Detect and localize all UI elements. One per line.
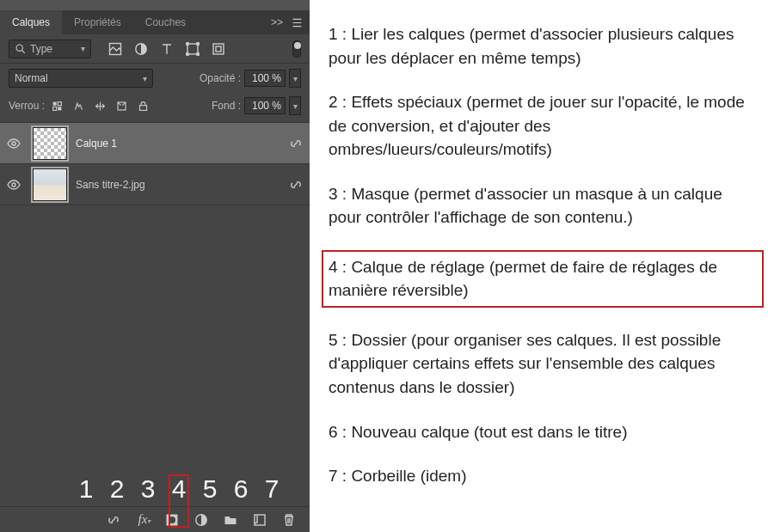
footer-number-annotations: 1 2 3 4 5 6 7 xyxy=(77,474,280,504)
visibility-icon[interactable] xyxy=(7,137,24,150)
layer-thumbnail[interactable] xyxy=(33,127,67,160)
annotation-3: 3 xyxy=(139,474,157,504)
new-layer-button[interactable] xyxy=(253,513,270,527)
blend-mode-value: Normal xyxy=(15,72,48,84)
svg-rect-11 xyxy=(58,101,61,105)
layer-name[interactable]: Sans titre-2.jpg xyxy=(76,179,289,191)
annotation-5: 5 xyxy=(201,474,218,504)
lock-transparent-icon[interactable] xyxy=(52,101,63,112)
lock-row: Verrou : Fond : 100 % ▾ xyxy=(0,93,310,122)
svg-rect-10 xyxy=(53,101,57,105)
desc-item-2: 2 : Effets spéciaux (permet de jouer sur… xyxy=(329,90,759,162)
panel-tabs: Calques Propriétés Couches >> xyxy=(0,10,310,34)
lock-position-icon[interactable] xyxy=(95,101,106,112)
svg-rect-21 xyxy=(255,515,265,525)
blend-mode-dropdown[interactable]: Normal ▾ xyxy=(9,69,153,88)
layer-row[interactable]: Calque 1 xyxy=(0,123,310,164)
delete-layer-button[interactable] xyxy=(282,513,299,527)
svg-rect-13 xyxy=(58,107,61,110)
new-group-button[interactable] xyxy=(224,513,241,527)
desc-item-3: 3 : Masque (permet d'associer un masque … xyxy=(329,182,759,229)
panel-footer: fx▾ xyxy=(0,506,310,532)
chevron-down-icon: ▾ xyxy=(81,44,85,53)
svg-rect-3 xyxy=(187,44,198,54)
filter-toggle-switch[interactable] xyxy=(292,40,301,58)
layers-panel: Calques Propriétés Couches >> Type ▾ xyxy=(0,0,310,532)
svg-point-6 xyxy=(187,52,189,55)
fill-label: Fond : xyxy=(212,100,241,112)
annotation-2: 2 xyxy=(108,474,126,504)
svg-point-7 xyxy=(197,52,200,55)
layers-list: Calque 1 Sans titre-2.jpg 1 2 3 4 5 6 7 xyxy=(0,122,310,506)
annotation-7: 7 xyxy=(263,474,280,504)
svg-rect-9 xyxy=(216,46,221,52)
svg-point-4 xyxy=(187,42,189,45)
layer-row[interactable]: Sans titre-2.jpg xyxy=(0,164,310,205)
filter-row: Type ▾ xyxy=(0,34,310,64)
svg-point-5 xyxy=(197,42,200,45)
panel-menu-icon[interactable] xyxy=(292,17,303,28)
fill-dropdown-button[interactable]: ▾ xyxy=(289,96,301,115)
lock-all-icon[interactable] xyxy=(138,101,149,112)
svg-rect-12 xyxy=(53,107,57,110)
svg-point-0 xyxy=(16,45,22,51)
lock-image-icon[interactable] xyxy=(73,101,84,112)
desc-item-5: 5 : Dossier (pour organiser ses calques.… xyxy=(329,328,759,400)
opacity-input[interactable]: 100 % xyxy=(244,70,286,87)
fill-input[interactable]: 100 % xyxy=(244,97,286,114)
svg-point-16 xyxy=(12,142,15,145)
blend-row: Normal ▾ Opacité : 100 % ▾ xyxy=(0,64,310,93)
tab-channels[interactable]: Couches xyxy=(133,10,198,34)
panel-titlebar xyxy=(0,0,310,10)
svg-point-17 xyxy=(12,183,15,187)
layer-name[interactable]: Calque 1 xyxy=(76,138,289,150)
annotation-1: 1 xyxy=(77,474,95,504)
tab-layers[interactable]: Calques xyxy=(0,10,62,34)
filter-text-icon[interactable] xyxy=(160,42,174,56)
tab-properties[interactable]: Propriétés xyxy=(62,10,133,34)
filter-type-label: Type xyxy=(30,43,52,55)
filter-pixel-icon[interactable] xyxy=(108,42,122,56)
lock-label: Verrou : xyxy=(9,100,45,112)
panel-expand-button[interactable]: >> xyxy=(271,16,283,28)
description-panel: 1 : Lier les calques (permet d'associer … xyxy=(310,0,774,532)
chevron-down-icon: ▾ xyxy=(143,74,147,83)
filter-smartobject-icon[interactable] xyxy=(212,42,225,56)
desc-item-1: 1 : Lier les calques (permet d'associer … xyxy=(329,22,759,70)
layer-thumbnail[interactable] xyxy=(33,168,67,201)
opacity-dropdown-button[interactable]: ▾ xyxy=(289,69,301,88)
desc-item-6: 6 : Nouveau calque (tout est dans le tit… xyxy=(329,420,759,444)
opacity-label: Opacité : xyxy=(200,72,241,84)
filter-type-dropdown[interactable]: Type ▾ xyxy=(9,40,91,58)
link-icon[interactable] xyxy=(289,178,303,192)
layer-effects-button[interactable]: fx▾ xyxy=(136,512,153,527)
adjustment-layer-button[interactable] xyxy=(194,513,212,527)
annotation-6: 6 xyxy=(232,474,249,504)
desc-item-4: 4 : Calque de réglage (permet de faire d… xyxy=(322,250,764,308)
filter-adjustment-icon[interactable] xyxy=(134,42,148,56)
desc-item-7: 7 : Corbeille (idem) xyxy=(329,464,759,488)
annotation-4: 4 xyxy=(170,474,187,504)
svg-point-19 xyxy=(169,517,175,523)
link-icon[interactable] xyxy=(289,137,303,150)
search-icon xyxy=(15,43,26,54)
filter-shape-icon[interactable] xyxy=(186,42,200,56)
lock-artboard-icon[interactable] xyxy=(116,101,127,112)
visibility-icon[interactable] xyxy=(7,178,24,192)
link-layers-button[interactable] xyxy=(107,513,124,527)
svg-rect-8 xyxy=(213,44,224,54)
add-mask-button[interactable] xyxy=(165,513,182,527)
svg-rect-15 xyxy=(139,105,146,110)
